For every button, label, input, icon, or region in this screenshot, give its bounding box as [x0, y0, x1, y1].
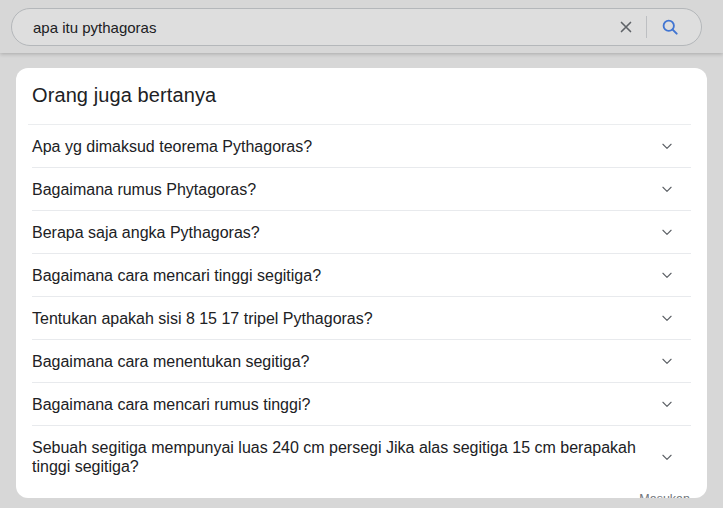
chevron-down-icon — [655, 445, 679, 469]
paa-question-row[interactable]: Bagaimana cara menentukan segitiga? — [32, 340, 691, 383]
feedback-row: Masukan — [28, 492, 690, 498]
paa-question-row[interactable]: Tentukan apakah sisi 8 15 17 tripel Pyth… — [32, 297, 691, 340]
paa-question-text: Sebuah segitiga mempunyai luas 240 cm pe… — [32, 438, 636, 476]
paa-question-text: Berapa saja angka Pythagoras? — [32, 223, 260, 242]
search-icon — [660, 17, 680, 37]
chevron-down-icon — [655, 263, 679, 287]
feedback-link[interactable]: Masukan — [639, 492, 690, 498]
people-also-ask-title: Orang juga bertanya — [16, 68, 707, 109]
people-also-ask-card: Orang juga bertanya Apa yg dimaksud teor… — [16, 68, 707, 498]
chevron-down-icon — [655, 349, 679, 373]
search-header — [0, 0, 723, 53]
close-icon — [617, 18, 635, 36]
chevron-down-icon — [655, 220, 679, 244]
paa-question-row[interactable]: Berapa saja angka Pythagoras? — [32, 211, 691, 254]
chevron-down-icon — [655, 392, 679, 416]
chevron-down-icon — [655, 306, 679, 330]
paa-question-text: Tentukan apakah sisi 8 15 17 tripel Pyth… — [32, 309, 373, 328]
paa-question-row[interactable]: Sebuah segitiga mempunyai luas 240 cm pe… — [32, 426, 691, 486]
paa-question-text: Bagaimana cara mencari rumus tinggi? — [32, 395, 310, 414]
search-bar[interactable] — [11, 8, 702, 46]
paa-question-text: Bagaimana rumus Phytagoras? — [32, 180, 256, 199]
chevron-down-icon — [655, 134, 679, 158]
paa-question-text: Apa yg dimaksud teorema Pythagoras? — [32, 137, 312, 156]
paa-question-row[interactable]: Bagaimana cara mencari tinggi segitiga? — [32, 254, 691, 297]
chevron-down-icon — [655, 177, 679, 201]
search-input[interactable] — [12, 9, 606, 45]
search-submit-button[interactable] — [647, 9, 693, 45]
paa-question-text: Bagaimana cara menentukan segitiga? — [32, 352, 310, 371]
clear-search-button[interactable] — [606, 9, 646, 45]
paa-question-row[interactable]: Apa yg dimaksud teorema Pythagoras? — [32, 125, 691, 168]
paa-question-text: Bagaimana cara mencari tinggi segitiga? — [32, 266, 321, 285]
paa-question-row[interactable]: Bagaimana cara mencari rumus tinggi? — [32, 383, 691, 426]
paa-question-row[interactable]: Bagaimana rumus Phytagoras? — [32, 168, 691, 211]
